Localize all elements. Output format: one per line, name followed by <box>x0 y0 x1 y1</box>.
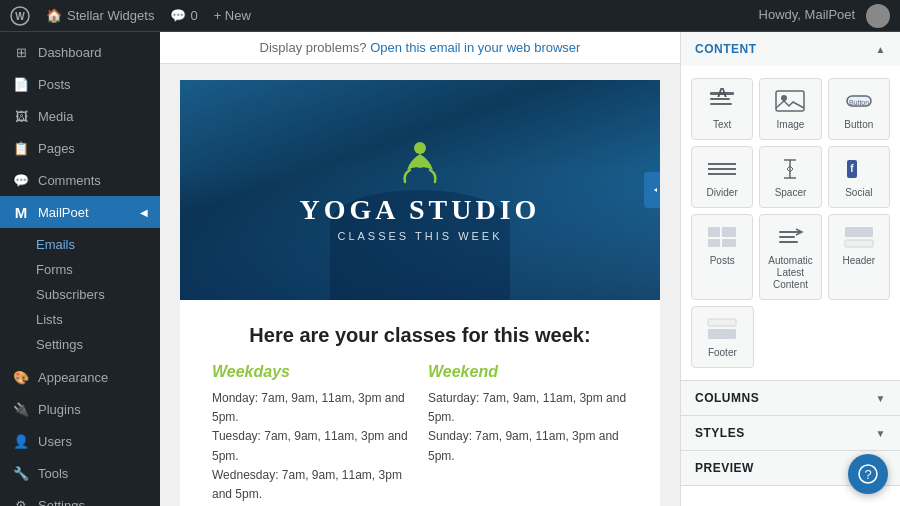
sidebar-item-label: Tools <box>38 466 68 481</box>
sidebar-item-settings[interactable]: ⚙ Settings <box>0 489 160 506</box>
sidebar-item-posts[interactable]: 📄 Posts <box>0 68 160 100</box>
users-icon: 👤 <box>12 432 30 450</box>
widget-button[interactable]: Button Button <box>828 78 890 140</box>
submenu-subscribers[interactable]: Subscribers <box>0 282 160 307</box>
settings-icon: ⚙ <box>12 496 30 506</box>
social-widget-icon: f <box>841 155 877 183</box>
columns-section: COLUMNS ▼ <box>681 381 900 416</box>
spacer-widget-icon <box>772 155 808 183</box>
svg-rect-8 <box>776 91 804 111</box>
sidebar-item-label: MailPoet <box>38 205 89 220</box>
styles-section-header[interactable]: STYLES ▼ <box>681 416 900 450</box>
submenu-lists[interactable]: Lists <box>0 307 160 332</box>
dashboard-icon: ⊞ <box>12 43 30 61</box>
sidebar-item-label: Comments <box>38 173 101 188</box>
sidebar-item-label: Posts <box>38 77 71 92</box>
weekdays-schedule: Monday: 7am, 9am, 11am, 3pm and 5pm. Tue… <box>212 389 412 506</box>
submenu-forms[interactable]: Forms <box>0 257 160 282</box>
comments-icon: 💬 <box>12 171 30 189</box>
email-body: Here are your classes for this week: Wee… <box>180 300 660 506</box>
content-area: Display problems? Open this email in you… <box>160 32 680 506</box>
sidebar-item-comments[interactable]: 💬 Comments <box>0 164 160 196</box>
content-chevron-icon: ▲ <box>876 44 886 55</box>
svg-rect-19 <box>722 227 736 237</box>
help-fab[interactable]: ? <box>848 454 888 494</box>
svg-rect-24 <box>708 329 736 339</box>
wp-logo[interactable]: W <box>10 6 30 26</box>
spacer-widget-label: Spacer <box>775 187 807 199</box>
widget-divider[interactable]: Divider <box>691 146 753 208</box>
display-problems-text: Display problems? <box>260 40 367 55</box>
content-widgets: A Text Image Button <box>681 66 900 380</box>
content-topbar: Display problems? Open this email in you… <box>160 32 680 64</box>
weekend-col: Weekend Saturday: 7am, 9am, 11am, 3pm an… <box>428 363 628 506</box>
site-name[interactable]: 🏠 Stellar Widgets <box>46 8 154 23</box>
sidebar-item-label: Settings <box>38 498 85 507</box>
new-button[interactable]: + New <box>214 8 251 23</box>
sidebar-item-dashboard[interactable]: ⊞ Dashboard <box>0 36 160 68</box>
sidebar-item-mailpoet[interactable]: M MailPoet ◀ <box>0 196 160 228</box>
image-widget-icon <box>772 87 808 115</box>
divider-widget-label: Divider <box>707 187 738 199</box>
topbar: W 🏠 Stellar Widgets 💬 0 + New Howdy, Mai… <box>0 0 900 32</box>
button-widget-icon: Button <box>841 87 877 115</box>
svg-rect-20 <box>722 239 736 247</box>
submenu-settings[interactable]: Settings <box>0 332 160 357</box>
pages-icon: 📋 <box>12 139 30 157</box>
widgets-grid: A Text Image Button <box>691 78 890 300</box>
sidebar-item-label: Dashboard <box>38 45 102 60</box>
email-hero: YOGA STUDIO CLASSES THIS WEEK <box>180 80 660 300</box>
widget-social[interactable]: f Social <box>828 146 890 208</box>
widget-automatic[interactable]: Automatic Latest Content <box>759 214 821 300</box>
styles-section: STYLES ▼ <box>681 416 900 451</box>
email-preview: YOGA STUDIO CLASSES THIS WEEK <box>160 64 680 506</box>
posts-icon: 📄 <box>12 75 30 93</box>
footer-widget-label: Footer <box>708 347 737 359</box>
content-section-header[interactable]: CONTENT ▲ <box>681 32 900 66</box>
widget-header[interactable]: Header <box>828 214 890 300</box>
columns-chevron-icon: ▼ <box>876 393 886 404</box>
sidebar-item-label: Pages <box>38 141 75 156</box>
styles-label: STYLES <box>695 426 745 440</box>
appearance-icon: 🎨 <box>12 368 30 386</box>
image-widget-label: Image <box>777 119 805 131</box>
widget-footer[interactable]: Footer <box>691 306 754 368</box>
weekdays-col: Weekdays Monday: 7am, 9am, 11am, 3pm and… <box>212 363 412 506</box>
sidebar-item-plugins[interactable]: 🔌 Plugins <box>0 393 160 425</box>
right-panel: CONTENT ▲ A Text <box>680 32 900 506</box>
sidebar-item-tools[interactable]: 🔧 Tools <box>0 457 160 489</box>
media-icon: 🖼 <box>12 107 30 125</box>
header-widget-label: Header <box>842 255 875 267</box>
posts-widget-icon <box>704 223 740 251</box>
divider-widget-icon <box>704 155 740 183</box>
widget-spacer[interactable]: Spacer <box>759 146 821 208</box>
mailpoet-icon: M <box>12 203 30 221</box>
move-icon[interactable] <box>644 172 660 208</box>
text-widget-label: Text <box>713 119 731 131</box>
preview-label: PREVIEW <box>695 461 754 475</box>
yoga-title: YOGA STUDIO <box>300 194 541 226</box>
open-browser-link[interactable]: Open this email in your web browser <box>370 40 580 55</box>
sidebar-item-media[interactable]: 🖼 Media <box>0 100 160 132</box>
sidebar-item-pages[interactable]: 📋 Pages <box>0 132 160 164</box>
sidebar-item-appearance[interactable]: 🎨 Appearance <box>0 361 160 393</box>
automatic-widget-label: Automatic Latest Content <box>764 255 816 291</box>
yoga-subtitle: CLASSES THIS WEEK <box>337 230 502 242</box>
footer-widget-icon <box>704 315 740 343</box>
tools-icon: 🔧 <box>12 464 30 482</box>
automatic-widget-icon <box>772 223 808 251</box>
yoga-logo-symbol <box>395 138 445 194</box>
sidebar-item-users[interactable]: 👤 Users <box>0 425 160 457</box>
svg-point-2 <box>414 142 426 154</box>
widget-text[interactable]: A Text <box>691 78 753 140</box>
svg-rect-21 <box>845 227 873 237</box>
submenu-emails[interactable]: Emails <box>0 232 160 257</box>
widget-image[interactable]: Image <box>759 78 821 140</box>
columns-section-header[interactable]: COLUMNS ▼ <box>681 381 900 415</box>
sidebar: ⊞ Dashboard 📄 Posts 🖼 Media 📋 Pages 💬 Co… <box>0 32 160 506</box>
comments-link[interactable]: 💬 0 <box>170 8 197 23</box>
text-widget-icon: A <box>704 87 740 115</box>
widget-posts[interactable]: Posts <box>691 214 753 300</box>
svg-rect-17 <box>708 227 720 237</box>
social-widget-label: Social <box>845 187 872 199</box>
